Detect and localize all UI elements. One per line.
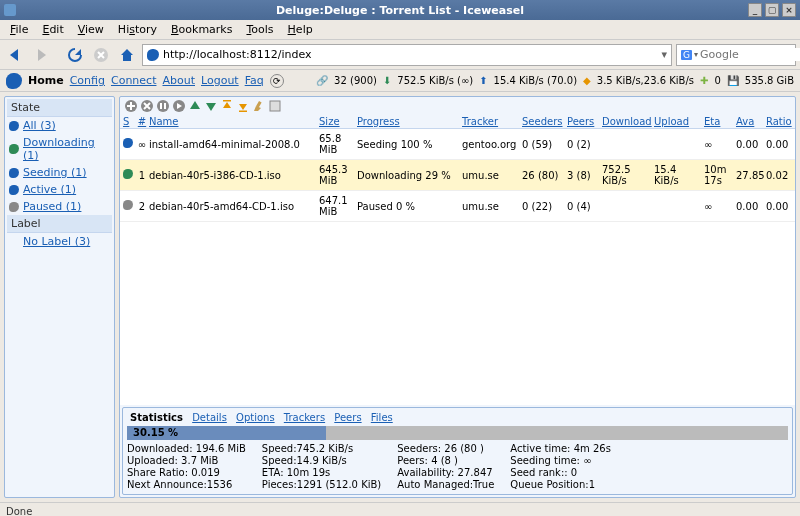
maximize-button[interactable]: ▢ — [765, 3, 779, 17]
refresh-icon[interactable]: ⟳ — [270, 74, 284, 88]
stat-dht: 3.5 KiB/s,23.6 KiB/s — [597, 75, 694, 86]
add-icon[interactable] — [124, 99, 138, 113]
cell-download: 752.5 KiB/s — [601, 164, 653, 186]
cell-eta: ∞ — [703, 201, 735, 212]
col-tracker[interactable]: Tracker — [461, 116, 521, 127]
sidebar-item[interactable]: Paused (1) — [7, 198, 112, 215]
queue-down-icon[interactable] — [204, 99, 218, 113]
state-icon — [9, 144, 19, 154]
tab-peers[interactable]: Peers — [334, 412, 361, 423]
nav-home[interactable]: Home — [28, 74, 64, 87]
url-bar[interactable]: ▾ — [142, 44, 672, 66]
detail-progress: 30.15 % — [127, 426, 788, 440]
queue-top-icon[interactable] — [220, 99, 234, 113]
close-button[interactable]: × — [782, 3, 796, 17]
detail-tabs: Statistics Details Options Trackers Peer… — [127, 412, 788, 423]
sidebar-item-label: Active (1) — [23, 183, 76, 196]
queue-bottom-icon[interactable] — [236, 99, 250, 113]
val-avail: 27.847 — [458, 467, 493, 478]
state-icon — [9, 121, 19, 131]
tab-details[interactable]: Details — [192, 412, 227, 423]
tab-options[interactable]: Options — [236, 412, 275, 423]
health-icon: ✚ — [700, 75, 708, 86]
reload-button[interactable] — [64, 44, 86, 66]
tab-trackers[interactable]: Trackers — [284, 412, 325, 423]
sidebar: State All (3)Downloading (1)Seeding (1)A… — [4, 96, 115, 498]
nav-faq[interactable]: Faq — [245, 74, 264, 87]
queue-up-icon[interactable] — [188, 99, 202, 113]
sidebar-item-label: All (3) — [23, 119, 56, 132]
torrent-row[interactable]: 2debian-40r5-amd64-CD-1.iso647.1 MiBPaus… — [120, 191, 795, 222]
val-queue: 1 — [589, 479, 595, 490]
val-next: 1536 — [207, 479, 232, 490]
tab-files[interactable]: Files — [371, 412, 393, 423]
nav-config[interactable]: Config — [70, 74, 105, 87]
download-icon: ⬇ — [383, 75, 391, 86]
sidebar-item[interactable]: Active (1) — [7, 181, 112, 198]
state-icon — [123, 169, 133, 179]
col-download[interactable]: Download — [601, 116, 653, 127]
val-ratio: 0.019 — [191, 467, 220, 478]
stat-up: 15.4 KiB/s (70.0) — [494, 75, 577, 86]
forward-button[interactable] — [30, 44, 52, 66]
edit-icon[interactable] — [252, 99, 266, 113]
state-icon — [123, 200, 133, 210]
pause-icon[interactable] — [156, 99, 170, 113]
search-input[interactable] — [700, 48, 800, 61]
url-input[interactable] — [163, 48, 657, 61]
col-size[interactable]: Size — [318, 116, 356, 127]
sidebar-item[interactable]: Downloading (1) — [7, 134, 112, 164]
lbl-avail: Availability: — [397, 467, 454, 478]
cell-ava: 0.00 — [735, 201, 765, 212]
torrent-row[interactable]: ∞install-amd64-minimal-2008.065.8 MiBSee… — [120, 129, 795, 160]
nav-logout[interactable]: Logout — [201, 74, 239, 87]
col-ava[interactable]: Ava — [735, 116, 765, 127]
col-state[interactable]: S — [122, 116, 136, 127]
sidebar-item-label: Paused (1) — [23, 200, 81, 213]
disk-icon: 💾 — [727, 75, 739, 86]
torrent-row[interactable]: 1debian-40r5-i386-CD-1.iso645.3 MiBDownl… — [120, 160, 795, 191]
cell-size: 65.8 MiB — [318, 133, 356, 155]
menu-tools[interactable]: Tools — [240, 21, 279, 38]
menu-file[interactable]: File — [4, 21, 34, 38]
nav-connect[interactable]: Connect — [111, 74, 156, 87]
lbl-seeding: Seeding time: — [510, 455, 580, 466]
home-button[interactable] — [116, 44, 138, 66]
cell-size: 645.3 MiB — [318, 164, 356, 186]
minimize-button[interactable]: _ — [748, 3, 762, 17]
dropdown-icon[interactable]: ▾ — [661, 48, 667, 61]
nav-about[interactable]: About — [162, 74, 195, 87]
remove-icon[interactable] — [140, 99, 154, 113]
search-box[interactable]: G▾ 🔍 — [676, 44, 796, 66]
col-upload[interactable]: Upload — [653, 116, 703, 127]
menu-bookmarks[interactable]: Bookmarks — [165, 21, 238, 38]
col-progress[interactable]: Progress — [356, 116, 461, 127]
menu-history[interactable]: History — [112, 21, 163, 38]
sidebar-item[interactable]: All (3) — [7, 117, 112, 134]
lbl-queue: Queue Position: — [510, 479, 588, 490]
col-seeders[interactable]: Seeders — [521, 116, 566, 127]
cell-ava: 0.00 — [735, 139, 765, 150]
stop-button[interactable] — [90, 44, 112, 66]
back-button[interactable] — [4, 44, 26, 66]
menu-view[interactable]: View — [72, 21, 110, 38]
col-peers[interactable]: Peers — [566, 116, 601, 127]
sidebar-item[interactable]: Seeding (1) — [7, 164, 112, 181]
lbl-active: Active time: — [510, 443, 570, 454]
col-ratio[interactable]: Ratio — [765, 116, 793, 127]
col-name[interactable]: Name — [148, 116, 318, 127]
menu-help[interactable]: Help — [282, 21, 319, 38]
sidebar-label-item[interactable]: No Label (3) — [7, 233, 112, 250]
val-eta: 10m 19s — [287, 467, 331, 478]
col-eta[interactable]: Eta — [703, 116, 735, 127]
preferences-icon[interactable] — [268, 99, 282, 113]
stat-free-pre: 0 — [714, 75, 720, 86]
torrent-toolbar — [120, 97, 795, 115]
browser-toolbar: ▾ G▾ 🔍 — [0, 40, 800, 70]
tab-statistics[interactable]: Statistics — [130, 412, 183, 423]
menu-edit[interactable]: Edit — [36, 21, 69, 38]
col-num[interactable]: # — [136, 116, 148, 127]
column-headers: S # Name Size Progress Tracker Seeders P… — [120, 115, 795, 129]
state-icon — [123, 138, 133, 148]
start-icon[interactable] — [172, 99, 186, 113]
